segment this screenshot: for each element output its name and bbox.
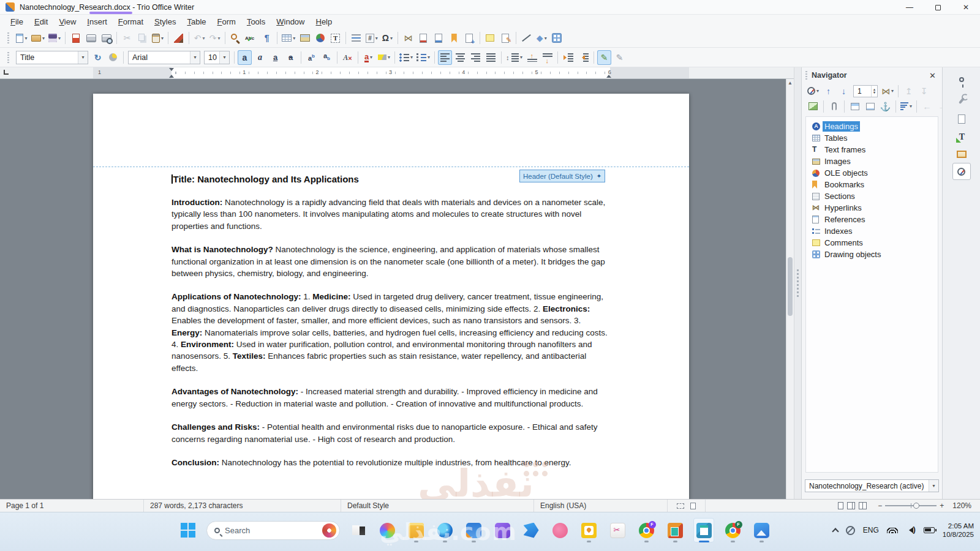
- page-count-status[interactable]: Page 1 of 1: [0, 500, 144, 512]
- ai-app-button[interactable]: [549, 518, 570, 542]
- save-button[interactable]: ▾: [47, 31, 62, 45]
- snipping-tool-button[interactable]: [607, 518, 628, 542]
- underline-button[interactable]: a: [268, 50, 282, 65]
- document-paragraph[interactable]: What is Nanotechnology? Nanotechnology i…: [172, 244, 610, 279]
- document-text[interactable]: Title: Nanotechnology and Its Applicatio…: [172, 94, 610, 468]
- align-center-button[interactable]: [453, 50, 467, 65]
- insert-endnote-button[interactable]: [432, 31, 446, 45]
- insert-bookmark-button[interactable]: [447, 31, 461, 45]
- zoom-level[interactable]: 120%: [950, 501, 980, 510]
- battery-icon[interactable]: [924, 527, 935, 533]
- navigator-item-references[interactable]: References: [807, 214, 937, 225]
- font-color-button[interactable]: a▾: [361, 50, 375, 65]
- document-paragraph[interactable]: Advantages of Nanotechnology: - Increase…: [172, 386, 610, 410]
- navigator-item-images[interactable]: Images: [807, 156, 937, 167]
- chevron-down-icon[interactable]: ▾: [891, 88, 894, 94]
- sidebar-tab-properties[interactable]: [952, 91, 971, 108]
- menu-window[interactable]: Window: [271, 16, 310, 28]
- menu-insert[interactable]: Insert: [81, 16, 113, 28]
- new-document-button[interactable]: ▾: [15, 31, 29, 45]
- chevron-down-icon[interactable]: ▾: [219, 51, 229, 64]
- update-style-button[interactable]: ↻: [91, 50, 105, 65]
- insert-special-character-button[interactable]: Ω▾: [380, 31, 394, 45]
- show-footer-button[interactable]: [863, 99, 877, 114]
- chevron-down-icon[interactable]: ▾: [375, 36, 378, 41]
- browser-button[interactable]: [434, 518, 455, 542]
- navigator-item-hyperlinks[interactable]: ⋈Hyperlinks: [807, 202, 937, 214]
- multi-page-view-icon[interactable]: [847, 502, 853, 509]
- chevron-down-icon[interactable]: ▾: [428, 54, 430, 60]
- tab-stop-selector[interactable]: [4, 70, 9, 75]
- menu-tools[interactable]: Tools: [241, 16, 271, 28]
- document-paragraph[interactable]: Title: Nanotechnology and Its Applicatio…: [172, 173, 610, 185]
- start-button[interactable]: [178, 518, 198, 542]
- do-not-disturb-icon[interactable]: [846, 526, 855, 535]
- insert-table-button[interactable]: ▾: [281, 31, 296, 45]
- italic-button[interactable]: a: [253, 50, 267, 65]
- tray-chevron-icon[interactable]: [832, 528, 839, 534]
- photos-app-button[interactable]: [751, 518, 772, 542]
- horizontal-ruler[interactable]: 1 123456: [93, 67, 689, 78]
- basic-shapes-button[interactable]: ◆▾: [535, 31, 549, 45]
- chevron-down-icon[interactable]: ▾: [293, 36, 295, 41]
- paste-button[interactable]: ▾: [151, 31, 165, 45]
- drag-mode-button[interactable]: [827, 99, 841, 114]
- paragraph-style-combo[interactable]: Title▾: [16, 51, 88, 64]
- taskbar-search[interactable]: Search: [206, 521, 340, 540]
- chevron-down-icon[interactable]: ▾: [545, 36, 547, 41]
- input-language[interactable]: ENG: [863, 526, 879, 534]
- open-button[interactable]: ▾: [30, 31, 46, 45]
- find-replace-button[interactable]: [228, 31, 243, 45]
- show-draw-functions-button[interactable]: [550, 31, 564, 45]
- highlight-color-button[interactable]: ▾: [377, 50, 391, 65]
- navigator-close-icon[interactable]: ✕: [927, 71, 938, 80]
- unordered-list-button[interactable]: ▾: [398, 50, 414, 65]
- decrease-paragraph-spacing-button[interactable]: [540, 50, 554, 65]
- panel-splitter[interactable]: [794, 67, 801, 499]
- clone-formatting-button[interactable]: [172, 31, 186, 45]
- sidebar-tab-navigator[interactable]: [952, 163, 971, 180]
- task-view-button[interactable]: [348, 518, 369, 542]
- menu-view[interactable]: View: [53, 16, 81, 28]
- track-changes-button[interactable]: [499, 31, 513, 45]
- navigator-item-comments[interactable]: Comments: [807, 237, 937, 249]
- page-number-spinner[interactable]: 1▴▾: [853, 85, 878, 97]
- navigator-item-headings[interactable]: Headings: [807, 121, 937, 132]
- book-view-icon[interactable]: [859, 502, 867, 509]
- navigator-item-sections[interactable]: Sections: [807, 190, 937, 202]
- office-app-button[interactable]: [665, 518, 685, 542]
- insert-hyperlink-button[interactable]: ⋈: [401, 31, 415, 45]
- chevron-down-icon[interactable]: ▾: [202, 36, 205, 41]
- sidebar-tab-sidebar-settings[interactable]: [952, 71, 971, 88]
- anchor-text-button[interactable]: ⚓: [878, 99, 892, 114]
- insert-comment-button[interactable]: [483, 31, 497, 45]
- menu-format[interactable]: Format: [113, 16, 149, 28]
- clear-formatting-button[interactable]: A×: [341, 50, 355, 65]
- document-paragraph[interactable]: Conclusion: Nanotechnology has the poten…: [172, 457, 610, 468]
- chevron-down-icon[interactable]: ▾: [388, 54, 390, 60]
- menu-help[interactable]: Help: [310, 16, 337, 28]
- navigate-by-button[interactable]: ▾: [806, 84, 820, 99]
- insert-cross-reference-button[interactable]: [462, 31, 477, 45]
- print-preview-button[interactable]: [99, 31, 113, 45]
- selection-mode-icon[interactable]: [677, 503, 684, 509]
- close-button[interactable]: ✕: [952, 0, 980, 15]
- chevron-down-icon[interactable]: ▾: [390, 36, 393, 41]
- mail-app-button[interactable]: [463, 518, 484, 542]
- subscript-button[interactable]: ab: [320, 50, 334, 65]
- menu-table[interactable]: Table: [181, 16, 211, 28]
- menu-edit[interactable]: Edit: [29, 16, 53, 28]
- sidebar-tab-page[interactable]: [952, 110, 971, 127]
- code-app-button[interactable]: [521, 518, 541, 542]
- chrome-profile-1-button[interactable]: [636, 518, 657, 542]
- justify-button[interactable]: [484, 50, 498, 65]
- language-status[interactable]: English (USA): [534, 500, 668, 512]
- chevron-down-icon[interactable]: ▾: [161, 36, 164, 41]
- increase-paragraph-spacing-button[interactable]: [525, 50, 539, 65]
- print-button[interactable]: [84, 31, 98, 45]
- sidebar-tab-gallery[interactable]: [952, 146, 971, 163]
- document-paragraph[interactable]: Applications of Nanotechnology: 1. Medic…: [172, 291, 610, 374]
- navigator-item-ole-objects[interactable]: OLE objects: [807, 167, 937, 179]
- chevron-down-icon[interactable]: ▾: [410, 54, 413, 60]
- trio-writer-button[interactable]: [693, 518, 714, 542]
